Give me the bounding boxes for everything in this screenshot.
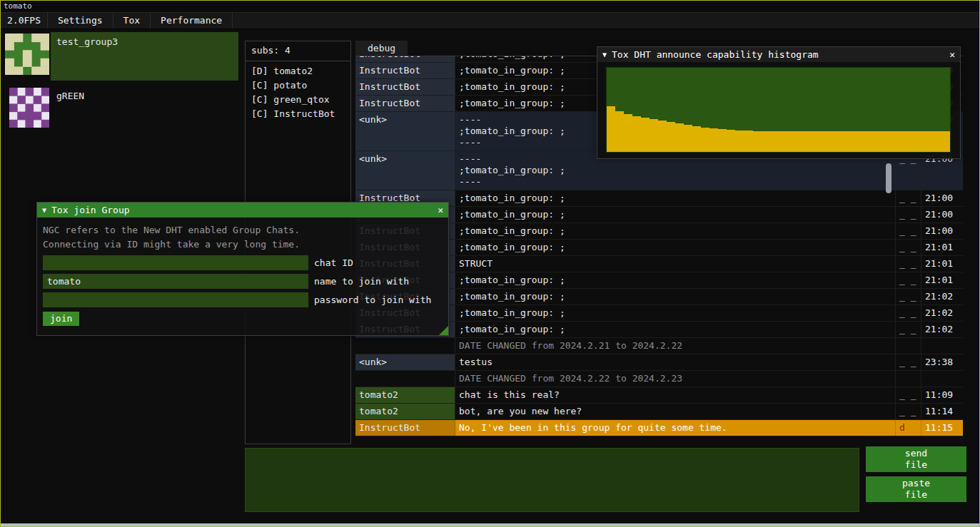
message-row[interactable]: <unk>testus_ _23:38: [355, 354, 963, 371]
message-row[interactable]: tomato2bot, are you new here?_ _11:14: [355, 404, 963, 420]
group-avatar: [5, 34, 49, 81]
field-label: chat ID: [314, 257, 353, 269]
join-group-window: ▼ Tox join Group ✕ NGC refers to the New…: [36, 202, 449, 336]
chat-scrollbar-thumb[interactable]: [886, 163, 891, 193]
menu-item-performance[interactable]: Performance: [151, 13, 233, 29]
resize-grip[interactable]: [439, 326, 448, 335]
histogram-bar: [856, 131, 864, 153]
message-cell: testus: [455, 354, 884, 370]
sender-cell: [355, 338, 455, 354]
close-icon[interactable]: ✕: [949, 49, 955, 61]
flags-cell: [895, 371, 921, 387]
send-file-button[interactable]: send file: [866, 446, 966, 472]
field-label: password to join with: [314, 295, 431, 306]
scrollbar-gutter: [884, 387, 895, 403]
menu-items: SettingsToxPerformance: [48, 13, 233, 29]
join-window-titlebar[interactable]: ▼ Tox join Group ✕: [37, 203, 448, 218]
message-cell: DATE CHANGED from 2024.2.21 to 2024.2.22: [455, 338, 884, 354]
scrollbar-gutter: [884, 354, 895, 370]
send-file-label: file: [905, 459, 927, 471]
sender-cell: InstructBot: [355, 56, 455, 62]
date-divider-row[interactable]: DATE CHANGED from 2024.2.22 to 2024.2.23: [355, 371, 963, 387]
timestamp-cell: [921, 338, 963, 354]
chat-ID-input[interactable]: [43, 255, 308, 270]
message-row[interactable]: InstructBotNo, I've been in this group f…: [355, 420, 963, 436]
join-window-title: Tox join Group: [51, 205, 130, 216]
menu-item-tox[interactable]: Tox: [113, 13, 151, 29]
histogram-plot[interactable]: [606, 67, 951, 153]
histogram-bar: [933, 131, 941, 153]
timestamp-cell: 23:38: [921, 354, 963, 370]
sender-cell: InstructBot: [355, 63, 455, 78]
timestamp-cell: 21:02: [921, 322, 963, 337]
histogram-bar: [890, 131, 899, 153]
join-field-row: chat ID: [43, 255, 443, 270]
sub-item[interactable]: [C] InstructBot: [246, 107, 350, 121]
password-to-join-with-input[interactable]: [43, 292, 308, 307]
timestamp-cell: 21:01: [921, 240, 963, 255]
flags-cell: _ _: [895, 207, 921, 222]
scrollbar-gutter: [884, 272, 895, 288]
histogram-bar: [718, 129, 727, 152]
collapse-arrow-icon[interactable]: ▼: [42, 205, 46, 216]
sender-cell: tomato2: [355, 387, 455, 403]
histogram-bar: [899, 131, 907, 153]
histogram-bar: [607, 106, 615, 152]
flags-cell: _ _: [895, 272, 921, 288]
histogram-window-titlebar[interactable]: ▼ Tox DHT announce capability histogram …: [597, 47, 960, 62]
histogram-bar: [907, 131, 916, 153]
sub-item[interactable]: [C] green_qtox: [246, 93, 350, 107]
histogram-bar: [615, 111, 624, 152]
message-row[interactable]: tomato2chat is this real?_ _11:09: [355, 387, 963, 404]
message-cell: ;tomato_in_group: ;: [455, 289, 884, 305]
histogram-bar: [641, 118, 650, 152]
date-divider-row[interactable]: DATE CHANGED from 2024.2.21 to 2024.2.22: [355, 338, 963, 354]
window-resize-edge[interactable]: [1, 523, 979, 526]
dht-histogram-window: ▼ Tox DHT announce capability histogram …: [597, 46, 961, 159]
group-item-test_group3[interactable]: test_group3: [5, 32, 238, 81]
group-item-gREEN[interactable]: gREEN: [5, 86, 238, 133]
sender-cell: InstructBot: [355, 79, 455, 95]
histogram-bar: [692, 126, 701, 152]
field-label: name to join with: [314, 276, 409, 287]
tab-debug[interactable]: debug: [355, 41, 408, 56]
message-cell: ;tomato_in_group: ;: [455, 322, 884, 337]
histogram-bar: [830, 131, 839, 153]
histogram-window-title: Tox DHT announce capability histogram: [612, 49, 819, 61]
group-avatar: [9, 88, 49, 133]
message-cell: No, I've been in this group for quite so…: [455, 420, 884, 436]
scrollbar-gutter: [884, 338, 895, 354]
histogram-bar: [787, 131, 796, 153]
message-cell: chat is this real?: [455, 387, 884, 403]
menu-item-settings[interactable]: Settings: [48, 13, 113, 29]
histogram-bar: [847, 131, 856, 153]
timestamp-cell: [921, 371, 963, 387]
flags-cell: _ _: [895, 354, 921, 370]
message-cell: ;tomato_in_group: ;: [455, 223, 884, 239]
timestamp-cell: 11:09: [921, 387, 963, 403]
flags-cell: _ _: [895, 223, 921, 239]
flags-cell: _ _: [895, 289, 921, 305]
timestamp-cell: 21:01: [921, 256, 963, 272]
collapse-arrow-icon[interactable]: ▼: [602, 49, 607, 61]
group-list: test_group3gREEN: [5, 32, 238, 139]
sub-item[interactable]: [C] potato: [246, 78, 350, 93]
join-button[interactable]: join: [43, 312, 79, 326]
histogram-bar: [770, 131, 779, 153]
histogram-bar: [684, 125, 692, 152]
join-info-line: Connecting via ID might take a very long…: [43, 237, 443, 252]
group-label-box: gREEN: [51, 86, 238, 133]
window-title: tomato: [1, 1, 979, 13]
message-input[interactable]: [245, 448, 859, 512]
name-to-join-with-input[interactable]: [43, 274, 308, 289]
histogram-bar: [650, 119, 658, 152]
message-cell: STRUCT: [455, 256, 884, 272]
flags-cell: _ _: [895, 387, 921, 403]
sender-cell: [355, 371, 455, 387]
menu-bar: 2.0FPS SettingsToxPerformance: [1, 13, 979, 29]
sub-item[interactable]: [D] tomato2: [246, 64, 350, 78]
sender-cell: InstructBot: [355, 420, 455, 436]
close-icon[interactable]: ✕: [438, 205, 443, 216]
paste-file-button[interactable]: paste file: [866, 476, 966, 502]
histogram-bar: [822, 131, 830, 153]
